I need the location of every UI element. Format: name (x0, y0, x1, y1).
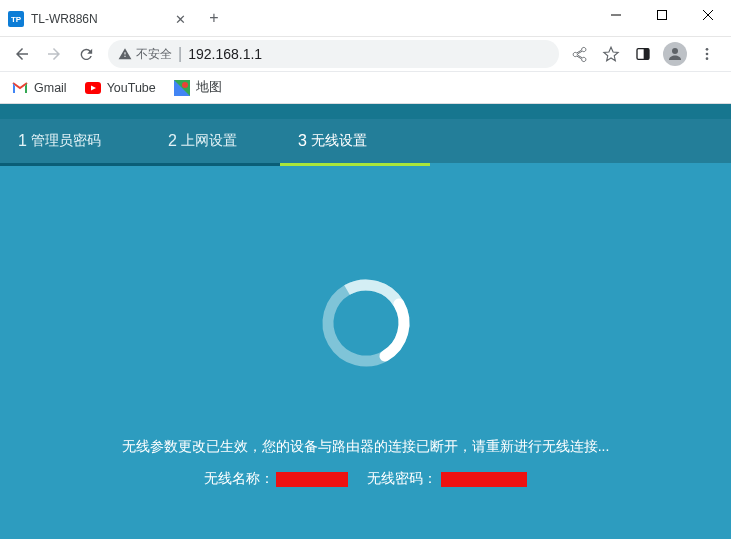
forward-button[interactable] (40, 40, 68, 68)
svg-point-8 (706, 53, 709, 56)
bookmark-label: Gmail (34, 81, 67, 95)
browser-tab[interactable]: TP TL-WR886N ✕ (0, 2, 200, 36)
svg-point-9 (706, 57, 709, 60)
router-page: 1 管理员密码 2 上网设置 3 无线设置 无线参数更改已生效，您的设备与路由器… (0, 104, 731, 539)
share-icon[interactable] (567, 42, 591, 66)
ssid-label: 无线名称： (204, 470, 274, 486)
security-indicator[interactable]: 不安全 (118, 46, 172, 63)
svg-point-7 (706, 48, 709, 51)
bookmark-star-icon[interactable] (599, 42, 623, 66)
status-message: 无线参数更改已生效，您的设备与路由器的连接已断开，请重新进行无线连接... (0, 438, 731, 456)
svg-rect-5 (644, 49, 649, 60)
step-number: 2 (168, 132, 177, 150)
bookmark-youtube[interactable]: YouTube (85, 80, 156, 96)
menu-icon[interactable] (695, 42, 719, 66)
youtube-icon (85, 80, 101, 96)
step-underline-active (280, 163, 430, 166)
step-admin-password[interactable]: 1 管理员密码 (0, 119, 150, 163)
bookmark-gmail[interactable]: Gmail (12, 80, 67, 96)
window-maximize-button[interactable] (639, 0, 685, 30)
tab-title: TL-WR886N (31, 12, 171, 26)
tab-favicon: TP (8, 11, 24, 27)
side-panel-icon[interactable] (631, 42, 655, 66)
step-label: 上网设置 (181, 132, 237, 150)
security-label: 不安全 (136, 46, 172, 63)
svg-rect-1 (658, 11, 667, 20)
bookmark-label: YouTube (107, 81, 156, 95)
back-button[interactable] (8, 40, 36, 68)
wireless-credentials: 无线名称： TP 无线密码： (0, 470, 731, 488)
step-number: 1 (18, 132, 27, 150)
bookmark-maps[interactable]: 地图 (174, 79, 222, 96)
new-tab-button[interactable]: + (200, 0, 228, 36)
window-titlebar: TP TL-WR886N ✕ + (0, 0, 731, 36)
window-minimize-button[interactable] (593, 0, 639, 30)
url-input[interactable]: 不安全 | 192.168.1.1 (108, 40, 559, 68)
page-top-band (0, 104, 731, 119)
window-controls (593, 0, 731, 36)
loading-spinner-icon (316, 273, 416, 373)
maps-icon (174, 80, 190, 96)
step-label: 管理员密码 (31, 132, 101, 150)
password-label: 无线密码： (367, 470, 437, 486)
step-underline (150, 163, 280, 166)
profile-avatar[interactable] (663, 42, 687, 66)
warning-icon (118, 47, 132, 61)
reload-button[interactable] (72, 40, 100, 68)
step-wireless-settings[interactable]: 3 无线设置 (280, 119, 430, 163)
url-text: 192.168.1.1 (188, 46, 262, 62)
step-underline (0, 163, 150, 166)
bookmark-label: 地图 (196, 79, 222, 96)
step-label: 无线设置 (311, 132, 367, 150)
step-number: 3 (298, 132, 307, 150)
address-bar: 不安全 | 192.168.1.1 (0, 36, 731, 72)
redacted-bar (441, 472, 527, 487)
wizard-steps: 1 管理员密码 2 上网设置 3 无线设置 (0, 119, 731, 163)
window-close-button[interactable] (685, 0, 731, 30)
gmail-icon (12, 80, 28, 96)
svg-point-6 (672, 48, 678, 54)
bookmarks-bar: Gmail YouTube 地图 (0, 72, 731, 104)
step-wan-settings[interactable]: 2 上网设置 (150, 119, 280, 163)
tab-close-icon[interactable]: ✕ (171, 12, 190, 27)
redacted-bar (276, 472, 348, 487)
svg-point-12 (182, 82, 188, 88)
